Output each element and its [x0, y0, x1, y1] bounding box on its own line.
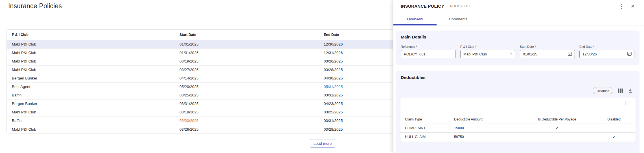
cell-club: Mabl P&I Club [7, 127, 174, 132]
load-more-button[interactable]: Load more [310, 139, 335, 148]
club-label: P & I Club * [460, 45, 515, 48]
cell-amount: 59750 [454, 135, 522, 139]
cell-start-date: 05/20/2025 [174, 85, 319, 89]
club-select[interactable]: Mabl P&I Club ▼ [460, 50, 515, 58]
deductible-row[interactable]: COMPLAINT 15000 ✓ [400, 124, 636, 133]
chevron-down-icon: ▼ [510, 53, 512, 55]
deductibles-heading: Deductibles [401, 75, 426, 80]
main-details-fields: Reference * P & I Club * Mabl P&I Club ▼… [401, 45, 634, 58]
columns-icon[interactable] [617, 88, 623, 94]
column-header-disabled: Disabled [592, 117, 636, 121]
column-header-start-date: Start Date [174, 33, 319, 37]
cell-start-date: 03/19/2025 [174, 59, 319, 63]
cell-claim-type: COMPLAINT [400, 126, 454, 130]
end-date-label: End Date * [579, 45, 634, 48]
insurance-policy-panel: INSURANCE POLICY POLICY_001 ⋮ ✕ Overview… [393, 0, 644, 153]
end-date-input[interactable]: 12/30/26 [579, 50, 634, 58]
column-header-deductible-amount: Deductible Amount [454, 117, 522, 121]
start-date-label: Start Date * [520, 45, 575, 48]
club-field-group: P & I Club * Mabl P&I Club ▼ [460, 45, 515, 58]
tab-overview[interactable]: Overview [393, 12, 437, 25]
check-icon: ✓ [592, 135, 636, 139]
panel-title: INSURANCE POLICY [401, 4, 444, 8]
cell-club: Baffin [7, 93, 174, 97]
deductibles-section: Deductibles Disabled + Claim Type Deduct… [396, 71, 639, 153]
calendar-icon[interactable] [568, 51, 572, 57]
deductibles-toolbar: Disabled [593, 87, 633, 94]
main-details-section: Main Details Reference * P & I Club * Ma… [396, 31, 639, 65]
reference-field-group: Reference * [401, 45, 456, 58]
close-icon[interactable]: ✕ [629, 3, 637, 10]
reference-label: Reference * [401, 45, 456, 48]
download-icon[interactable] [627, 88, 633, 94]
start-date-field-group: Start Date * 01/01/25 [520, 45, 575, 58]
cell-club: Mabl P&I Club [7, 59, 174, 63]
cell-club: Bergen Bunker [7, 76, 174, 80]
start-date-input[interactable]: 01/01/25 [520, 50, 575, 58]
cell-start-date: 03/18/2025 [174, 110, 319, 114]
calendar-icon[interactable] [627, 51, 632, 57]
reference-input[interactable] [401, 50, 455, 58]
end-date-field-group: End Date * 12/30/26 [579, 45, 634, 58]
cell-club: Mabl P&I Club [7, 110, 174, 114]
main-details-heading: Main Details [401, 35, 426, 40]
column-header-club: P & I Club [7, 33, 174, 37]
panel-header: INSURANCE POLICY POLICY_001 ⋮ ✕ [393, 0, 644, 12]
cell-club: Bergen Bunker [7, 102, 174, 106]
cell-club: Best Agent [7, 85, 174, 89]
column-header-per-voyage: Is Deductible Per Voyage [522, 117, 592, 121]
cell-start-date: 03/31/2025 [174, 102, 319, 106]
add-deductible-button[interactable]: + [621, 99, 629, 107]
club-select-value: Mabl P&I Club [461, 52, 515, 56]
start-date-value: 01/01/25 [520, 52, 575, 56]
policy-reference-badge: POLICY_001 [450, 4, 470, 8]
cell-start-date: 03/27/2025 [174, 68, 319, 72]
cell-start-date-highlighted: 03/30/2025 [174, 118, 319, 123]
cell-claim-type: HULL CLAIM [400, 135, 454, 139]
deductibles-table: Claim Type Deductible Amount Is Deductib… [400, 115, 636, 141]
page-title: Insurance Policies [8, 2, 62, 10]
panel-tabs: Overview Comments [393, 12, 644, 25]
deductible-row[interactable]: HULL CLAIM 59750 ✓ [400, 133, 636, 141]
cell-club: Mabl P&I Club [7, 51, 174, 55]
cell-start-date: 03/26/2025 [174, 127, 319, 132]
column-header-claim-type: Claim Type [400, 117, 454, 121]
cell-start-date: 03/25/2025 [174, 93, 319, 97]
tab-comments[interactable]: Comments [437, 12, 480, 25]
cell-club: Mabl P&I Club [7, 68, 174, 72]
deductibles-table-header: Claim Type Deductible Amount Is Deductib… [400, 115, 636, 124]
cell-club: Baffin [7, 118, 174, 123]
cell-start-date: 04/14/2025 [174, 76, 319, 80]
cell-start-date: 01/01/2025 [174, 42, 319, 46]
kebab-menu-icon[interactable]: ⋮ [617, 3, 625, 10]
disabled-filter-chip[interactable]: Disabled [593, 87, 613, 94]
cell-amount: 15000 [454, 126, 522, 130]
deductibles-table-card: + Claim Type Deductible Amount Is Deduct… [400, 98, 636, 142]
check-icon: ✓ [522, 126, 592, 130]
active-tab-indicator [393, 24, 437, 25]
end-date-value: 12/30/26 [580, 52, 634, 56]
cell-club: Mabl P&I Club [7, 42, 174, 46]
cell-start-date: 01/01/2025 [174, 51, 319, 55]
